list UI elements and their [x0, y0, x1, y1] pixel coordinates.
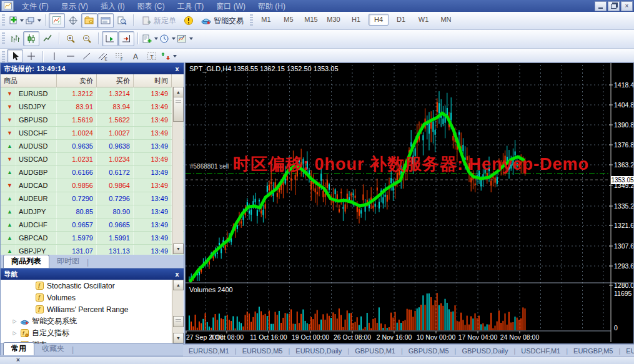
toolbar-grip[interactable] [2, 51, 5, 62]
table-row[interactable]: ▲AUDGBP0.61660.617213:49 [1, 166, 184, 179]
trendline-button[interactable] [79, 49, 95, 62]
expander-icon[interactable]: ▷ [12, 318, 17, 324]
navigator-close-icon[interactable]: x [174, 271, 181, 278]
table-row[interactable]: ▼USDCAD1.02311.023413:49 [1, 153, 184, 166]
table-row[interactable]: ▼GBPUSD1.56191.562213:49 [1, 114, 184, 127]
text-button[interactable]: A [127, 49, 144, 62]
cursor-button[interactable] [7, 49, 23, 62]
horizontal-line-button[interactable] [62, 49, 79, 62]
zoom-in-button[interactable] [62, 31, 79, 46]
restore-button[interactable] [608, 1, 620, 11]
minimize-button[interactable] [595, 1, 607, 11]
nav-item-0[interactable]: fStochastic Oscillator [1, 280, 184, 292]
table-row[interactable]: ▲AUDCHF0.96570.966513:49 [1, 219, 184, 232]
tab-symbols[interactable]: 商品列表 [3, 255, 49, 268]
table-row[interactable]: ▲GBPCAD1.59791.599113:49 [1, 232, 184, 245]
nav-item-3[interactable]: ▷智能交易系统 [1, 315, 184, 327]
timeframe-m30[interactable]: M30 [324, 14, 344, 26]
table-row[interactable]: ▼AUDCAD0.98560.986413:49 [1, 179, 184, 192]
close-button[interactable]: × [621, 1, 633, 11]
dropdown-arrow-icon[interactable] [189, 37, 193, 40]
nav-item-4[interactable]: ▷f自定义指标 [1, 327, 184, 339]
alert-button[interactable] [181, 13, 197, 28]
price-chart[interactable]: 1418.401404.801390.801376.801363.201349.… [186, 63, 633, 343]
navigator-toggle-button[interactable] [81, 13, 97, 28]
timeframe-m15[interactable]: M15 [301, 14, 321, 26]
navigator-scrollbar[interactable]: ▲ ▼ [172, 280, 183, 343]
new-chart-button[interactable] [7, 13, 24, 28]
tab-common[interactable]: 常用 [3, 342, 34, 355]
chart-tab-usdchf-m1[interactable]: USDCHF,M1 [515, 347, 566, 355]
column-header-2[interactable]: 买价 [97, 74, 134, 87]
timeframe-w1[interactable]: W1 [414, 14, 433, 26]
templates-button[interactable] [176, 31, 194, 46]
timeframe-m1[interactable]: M1 [256, 14, 276, 26]
toolbar-grip[interactable] [2, 32, 5, 44]
scroll-up-icon[interactable]: ▲ [173, 87, 184, 97]
app-icon[interactable] [1, 1, 14, 11]
menu-item-0[interactable]: 文件 (F) [16, 2, 55, 11]
chart-window[interactable]: 1418.401404.801390.801376.801363.201349.… [185, 62, 634, 344]
scrollbar-thumb[interactable] [173, 97, 184, 122]
scroll-down-icon[interactable]: ▼ [173, 243, 184, 254]
chart-tab-eurusd-m1[interactable]: EURUSD,M1 [183, 347, 235, 355]
nav-item-2[interactable]: fWilliams' Percent Range [1, 303, 184, 315]
line-chart-button[interactable] [39, 31, 56, 46]
toolbar-grip[interactable] [2, 14, 5, 26]
menu-item-1[interactable]: 显示 (V) [55, 2, 94, 11]
table-row[interactable]: ▼USDJPY83.9183.9413:49 [1, 101, 184, 114]
dropdown-arrow-icon[interactable] [154, 37, 158, 40]
menu-item-6[interactable]: 帮助 (H) [252, 2, 292, 11]
fibonacci-button[interactable]: F [111, 49, 127, 62]
periods-button[interactable] [159, 31, 176, 46]
market-watch-close-icon[interactable]: x [174, 66, 181, 72]
table-row[interactable]: ▲AUDEUR0.72900.729613:49 [1, 192, 184, 205]
chart-tab-eurusd-daily[interactable]: EURUSD,Daily [290, 347, 347, 355]
arrows-button[interactable] [160, 49, 177, 62]
bar-chart-button[interactable] [7, 31, 23, 46]
table-row[interactable]: ▲AUDJPY80.8580.9013:49 [1, 205, 184, 219]
text-label-button[interactable]: T [144, 49, 160, 62]
dropdown-arrow-icon[interactable] [173, 55, 177, 57]
dropdown-arrow-icon[interactable] [37, 19, 41, 22]
toolbar-grip[interactable] [250, 14, 253, 26]
chart-tab-gbpusd-m5[interactable]: GBPUSD,M5 [403, 347, 455, 355]
chart-shift-button[interactable] [118, 31, 134, 46]
crosshair-target-button[interactable] [65, 13, 81, 28]
profiles-button[interactable] [24, 13, 42, 28]
market-watch-scrollbar[interactable]: ▲ ▼ [172, 87, 183, 254]
tab-favorites[interactable]: 收藏夹 [34, 343, 72, 355]
timeframe-d1[interactable]: D1 [391, 14, 411, 26]
chart-tab-eurgbp-m5[interactable]: EURGBP,M5 [568, 347, 618, 355]
timeframe-h1[interactable]: H1 [346, 14, 366, 26]
table-row[interactable]: ▼USDCHF1.00241.002713:49 [1, 127, 184, 140]
chart-tab-gbpusd-m1[interactable]: GBPUSD,M1 [349, 347, 401, 355]
terminal-toggle-button[interactable] [97, 13, 114, 28]
table-row[interactable]: ▲GBPJPY131.07131.1313:49 [1, 245, 184, 255]
indicators-button[interactable] [141, 31, 159, 46]
strategy-tester-button[interactable] [114, 13, 130, 28]
equidistant-channel-button[interactable]: E [95, 49, 111, 62]
auto-scroll-button[interactable] [102, 31, 118, 46]
timeframe-m5[interactable]: M5 [279, 14, 299, 26]
chart-tab-eurusd-m5[interactable]: EURUSD,M5 [237, 347, 289, 355]
timeframe-h4[interactable]: H4 [369, 14, 389, 26]
column-header-3[interactable]: 时间 [134, 74, 172, 87]
tab-tick-chart[interactable]: 即时图 [49, 255, 87, 268]
dropdown-arrow-icon[interactable] [20, 19, 24, 22]
nav-item-1[interactable]: fVolumes [1, 292, 184, 303]
column-header-1[interactable]: 卖价 [57, 74, 97, 87]
scrollbar-thumb[interactable] [173, 316, 184, 327]
menu-item-3[interactable]: 图表 (C) [131, 2, 171, 11]
table-row[interactable]: ▼EURUSD1.32121.321413:49 [1, 87, 184, 101]
chart-tab-gbpusd-daily[interactable]: GBPUSD,Daily [456, 347, 513, 355]
expert-advisors-button[interactable]: 智能交易 [197, 13, 248, 28]
zoom-out-button[interactable] [79, 31, 95, 46]
menu-item-4[interactable]: 工具 (T) [171, 2, 211, 11]
expander-icon[interactable]: ▷ [12, 330, 17, 336]
crosshair-button[interactable] [23, 49, 39, 62]
scroll-up-icon[interactable]: ▲ [173, 280, 184, 290]
panel-close-icon[interactable]: × [16, 357, 20, 363]
dropdown-arrow-icon[interactable] [172, 37, 176, 40]
vertical-line-button[interactable] [46, 49, 62, 62]
